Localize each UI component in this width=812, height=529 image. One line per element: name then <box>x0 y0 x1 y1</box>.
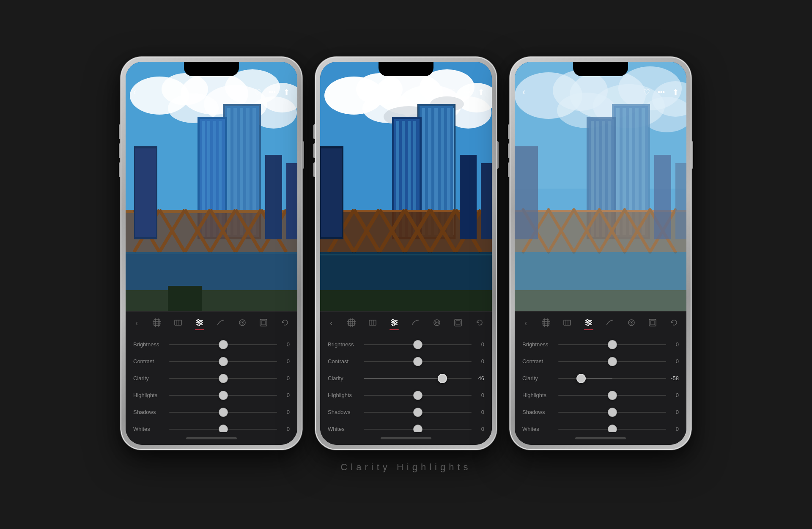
svg-rect-111 <box>348 320 354 326</box>
toolbar-back-middle[interactable]: ‹ <box>325 314 337 331</box>
svg-rect-116 <box>369 320 376 325</box>
svg-point-184 <box>586 320 588 322</box>
home-indicator-left <box>126 432 297 445</box>
svg-point-189 <box>631 322 632 323</box>
more-button-right[interactable]: ••• <box>658 88 665 96</box>
contrast-label-right: Contrast <box>522 358 558 365</box>
share-button-right[interactable]: ⬆ <box>672 88 679 97</box>
phone-middle: ‹ ♡ ••• ⬆ ‹ <box>315 57 497 450</box>
toolbar-crop-left[interactable] <box>149 314 165 331</box>
shadows-value-middle: 0 <box>472 409 484 415</box>
slider-clarity-middle: Clarity 46 <box>328 372 484 385</box>
sliders-middle: Brightness 0 Contrast 0 Clarity <box>320 334 492 432</box>
toolbar-history-right[interactable] <box>667 314 682 331</box>
slider-clarity-right: Clarity -58 <box>522 372 679 385</box>
shadows-thumb-left[interactable] <box>219 408 228 417</box>
photo-area-left: ‹ ♡ ••• ⬆ <box>126 62 297 311</box>
svg-point-57 <box>198 324 200 326</box>
highlights-label-left: Highlights <box>133 392 169 398</box>
slider-shadows-left: Shadows 0 <box>133 406 290 419</box>
toolbar-curves-left[interactable] <box>213 314 228 331</box>
slider-highlights-right: Highlights 0 <box>522 389 679 402</box>
toolbar-curves-right[interactable] <box>602 314 617 331</box>
favorite-button-right[interactable]: ♡ <box>643 88 650 97</box>
brightness-value-left: 0 <box>277 341 290 348</box>
whites-value-middle: 0 <box>472 426 484 432</box>
svg-rect-38 <box>126 290 297 311</box>
svg-rect-62 <box>261 321 266 325</box>
shadows-thumb-right[interactable] <box>608 408 617 417</box>
svg-rect-43 <box>286 163 297 239</box>
whites-thumb-left[interactable] <box>219 425 228 432</box>
phone-screen-left: ‹ ♡ ••• ⬆ ‹ <box>126 62 297 445</box>
highlights-thumb-middle[interactable] <box>413 391 422 400</box>
clarity-label-middle: Clarity <box>328 375 364 381</box>
toolbar-vignette-left[interactable] <box>256 314 271 331</box>
slider-whites-right: Whites 0 <box>522 423 679 432</box>
toolbar-history-left[interactable] <box>277 314 293 331</box>
slider-brightness-middle: Brightness 0 <box>328 338 484 351</box>
more-button-left[interactable]: ••• <box>269 88 276 96</box>
svg-point-55 <box>197 320 199 322</box>
toolbar-adjust-left[interactable] <box>192 314 207 331</box>
toolbar-vignette-right[interactable] <box>645 314 660 331</box>
highlights-thumb-right[interactable] <box>608 391 617 400</box>
contrast-thumb-middle[interactable] <box>413 357 422 366</box>
clarity-thumb-middle[interactable] <box>438 374 447 383</box>
toolbar-curves-middle[interactable] <box>408 314 423 331</box>
brightness-label-right: Brightness <box>522 341 558 348</box>
home-indicator-middle <box>320 432 492 445</box>
toolbar-filter-left[interactable] <box>235 314 250 331</box>
slider-contrast-middle: Contrast 0 <box>328 355 484 368</box>
svg-point-185 <box>589 322 591 324</box>
top-nav-left: ‹ ♡ ••• ⬆ <box>126 83 297 101</box>
toolbar-filter-right[interactable] <box>624 314 639 331</box>
svg-rect-106 <box>320 290 492 311</box>
toolbar-adjust-right[interactable] <box>581 314 596 331</box>
svg-rect-37 <box>126 252 297 254</box>
slider-whites-middle: Whites 0 <box>328 423 484 432</box>
brightness-thumb-middle[interactable] <box>413 340 422 349</box>
brightness-thumb-left[interactable] <box>219 340 228 349</box>
contrast-thumb-right[interactable] <box>608 357 617 366</box>
share-button-left[interactable]: ⬆ <box>283 88 290 97</box>
toolbar-filter-middle[interactable] <box>429 314 444 331</box>
favorite-button-middle[interactable]: ♡ <box>449 88 455 97</box>
toolbar-vignette-middle[interactable] <box>450 314 466 331</box>
back-button-right[interactable]: ‹ <box>522 87 536 98</box>
brightness-thumb-right[interactable] <box>608 340 617 349</box>
slider-contrast-right: Contrast 0 <box>522 355 679 368</box>
toolbar-adjust-middle[interactable] <box>387 314 402 331</box>
toolbar-tone-left[interactable] <box>170 314 186 331</box>
svg-point-56 <box>200 322 202 324</box>
shadows-thumb-middle[interactable] <box>413 408 422 417</box>
back-button-middle[interactable]: ‹ <box>328 87 341 98</box>
toolbar-crop-middle[interactable] <box>344 314 359 331</box>
toolbar-tone-middle[interactable] <box>365 314 380 331</box>
clarity-thumb-right[interactable] <box>576 374 586 383</box>
contrast-thumb-left[interactable] <box>219 357 228 366</box>
back-button-left[interactable]: ‹ <box>133 87 147 98</box>
clarity-thumb-left[interactable] <box>219 374 228 383</box>
svg-rect-49 <box>175 320 181 325</box>
shadows-label-right: Shadows <box>522 409 558 415</box>
svg-point-60 <box>241 322 243 323</box>
whites-thumb-right[interactable] <box>608 425 617 432</box>
photo-area-right: ‹ ♡ ••• ⬆ <box>515 62 686 311</box>
toolbar-tone-right[interactable] <box>560 314 575 331</box>
svg-point-186 <box>587 324 589 326</box>
toolbar-back-left[interactable]: ‹ <box>130 314 143 331</box>
highlights-thumb-left[interactable] <box>219 391 228 400</box>
more-button-middle[interactable]: ••• <box>463 88 470 96</box>
toolbar-back-right[interactable]: ‹ <box>519 314 532 331</box>
favorite-button-left[interactable]: ♡ <box>254 88 261 97</box>
highlights-label-right: Highlights <box>522 392 558 398</box>
share-button-middle[interactable]: ⬆ <box>478 88 484 97</box>
phone-screen-right: ‹ ♡ ••• ⬆ ‹ <box>515 62 686 445</box>
svg-rect-109 <box>460 155 477 239</box>
edit-toolbar-middle: ‹ <box>320 311 492 334</box>
toolbar-history-middle[interactable] <box>472 314 487 331</box>
toolbar-crop-right[interactable] <box>538 314 554 331</box>
home-indicator-right <box>515 432 686 445</box>
whites-thumb-middle[interactable] <box>413 425 422 432</box>
